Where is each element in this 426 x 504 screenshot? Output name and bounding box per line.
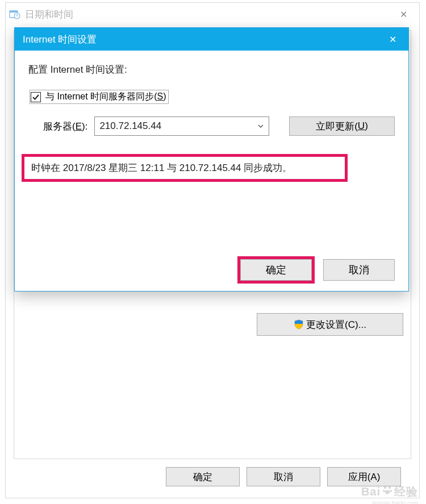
paw-icon: [382, 484, 393, 495]
watermark: Bai 经验: [361, 484, 418, 499]
inner-body: 配置 Internet 时间设置: 与 Internet 时间服务器同步(S) …: [15, 51, 408, 291]
outer-apply-button[interactable]: 应用(A): [327, 467, 401, 486]
inner-window-title: Internet 时间设置: [23, 33, 380, 46]
outer-ok-button[interactable]: 确定: [166, 467, 240, 486]
inner-close-button[interactable]: ✕: [380, 29, 405, 49]
close-icon: ✕: [389, 34, 396, 45]
sync-checkbox[interactable]: [31, 92, 41, 102]
chevron-down-icon[interactable]: [253, 117, 269, 135]
inner-ok-button[interactable]: 确定: [240, 259, 312, 281]
status-highlight-box: 时钟在 2017/8/23 星期三 12:11 与 210.72.145.44 …: [22, 154, 348, 182]
change-settings-button[interactable]: 更改设置(C)...: [257, 313, 403, 336]
server-row: 服务器(E): 210.72.145.44 立即更新(U): [28, 116, 395, 136]
watermark-brand: Bai: [361, 485, 381, 498]
sync-checkbox-label: 与 Internet 时间服务器同步(S): [45, 91, 166, 103]
change-settings-label: 更改设置(C)...: [306, 318, 366, 331]
svg-point-8: [383, 490, 385, 492]
outer-close-button[interactable]: ✕: [391, 4, 416, 24]
inner-titlebar[interactable]: Internet 时间设置 ✕: [15, 28, 408, 51]
server-label: 服务器(E):: [43, 120, 87, 133]
svg-point-9: [390, 490, 392, 492]
close-icon: ✕: [400, 9, 407, 20]
inner-button-row: 确定 取消: [240, 259, 395, 281]
watermark-suffix: 经验: [394, 484, 418, 499]
svg-point-7: [389, 486, 391, 489]
svg-point-10: [385, 490, 390, 494]
update-now-button[interactable]: 立即更新(U): [289, 116, 395, 136]
outer-titlebar[interactable]: 日期和时间 ✕: [6, 3, 419, 26]
outer-button-row: 确定 取消 应用(A): [14, 467, 411, 486]
server-value: 210.72.145.44: [95, 120, 253, 132]
shield-icon: [294, 319, 304, 330]
svg-point-6: [384, 486, 386, 489]
sync-status-text: 时钟在 2017/8/23 星期三 12:11 与 210.72.145.44 …: [31, 161, 338, 174]
config-heading: 配置 Internet 时间设置:: [28, 63, 395, 76]
date-time-icon: [9, 9, 20, 20]
internet-time-settings-dialog: Internet 时间设置 ✕ 配置 Internet 时间设置: 与 Inte…: [14, 27, 409, 291]
svg-rect-1: [10, 11, 18, 13]
watermark-url: jingyan.baidu.com: [372, 500, 418, 504]
inner-cancel-button[interactable]: 取消: [323, 259, 395, 281]
sync-checkbox-row[interactable]: 与 Internet 时间服务器同步(S): [30, 90, 169, 104]
outer-window-title: 日期和时间: [25, 8, 391, 21]
outer-cancel-button[interactable]: 取消: [247, 467, 320, 486]
server-combobox[interactable]: 210.72.145.44: [94, 116, 269, 136]
